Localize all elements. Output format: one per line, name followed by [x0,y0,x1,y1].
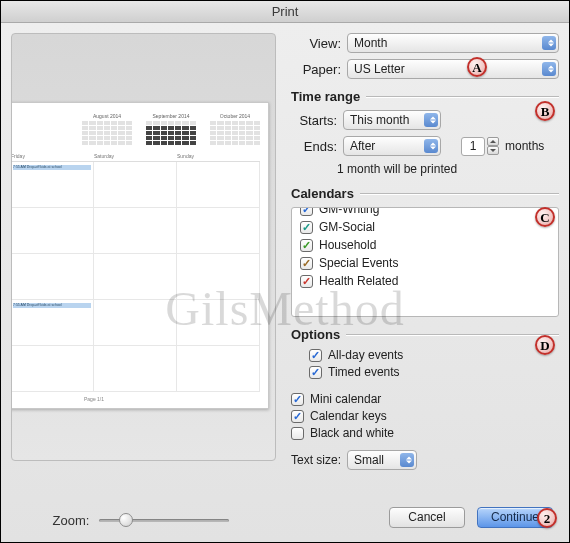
calendar-name: GM-Social [319,220,375,234]
black-and-white-checkbox[interactable] [291,427,304,440]
annotation-marker-2: 2 [537,508,557,528]
mini-calendar-label: Mini calendar [310,392,381,406]
view-select-value: Month [354,36,387,50]
text-size-value: Small [354,453,384,467]
mini-calendar-prev: August 2014 [82,113,132,145]
all-day-events-checkbox[interactable] [309,349,322,362]
calendar-list-item[interactable]: Health Related [292,272,558,290]
divider [360,193,559,194]
stepper-down-icon[interactable] [487,146,499,155]
calendar-name: Household [319,238,376,252]
view-label: View: [291,36,341,51]
annotation-marker-d: D [535,335,555,355]
print-preview-well: August 2014 September 2014 October 2014 … [11,33,276,461]
calendar-list-item[interactable]: Household [292,236,558,254]
checkbox[interactable] [300,239,313,252]
calendar-name: Special Events [319,256,398,270]
zoom-label: Zoom: [53,513,90,528]
dialog-content: August 2014 September 2014 October 2014 … [1,23,569,542]
view-select[interactable]: Month [347,33,559,53]
all-day-events-label: All-day events [328,348,403,362]
time-range-summary: 1 month will be printed [337,162,559,176]
stepper-up-icon[interactable] [487,137,499,146]
text-size-select[interactable]: Small [347,450,417,470]
starts-label: Starts: [291,113,337,128]
divider [366,96,559,97]
mini-calendar-current: September 2014 [146,113,196,145]
calendar-list-item[interactable]: GM-Writing [292,207,558,218]
window-title: Print [1,1,569,23]
settings-panel: View: Month Paper: US Letter Time range … [291,33,559,492]
calendar-list-item[interactable]: GM-Social [292,218,558,236]
ends-label: Ends: [291,139,337,154]
annotation-marker-b: B [535,101,555,121]
print-preview-page: August 2014 September 2014 October 2014 … [11,102,269,409]
timed-events-checkbox[interactable] [309,366,322,379]
calendar-list-item[interactable]: Special Events [292,254,558,272]
slider-thumb[interactable] [119,513,133,527]
checkbox[interactable] [300,207,313,216]
zoom-slider[interactable] [99,512,229,528]
calendar-keys-checkbox[interactable] [291,410,304,423]
months-unit-label: months [505,139,544,153]
month-grid: Thursday Friday Saturday Sunday 7:55 AM … [11,153,260,392]
starts-select-value: This month [350,113,409,127]
black-and-white-label: Black and white [310,426,394,440]
checkbox[interactable] [300,257,313,270]
updown-arrows-icon [430,117,436,124]
timed-events-label: Timed events [328,365,400,379]
starts-select[interactable]: This month [343,110,441,130]
annotation-marker-a: A [467,57,487,77]
mini-calendar-next: October 2014 [210,113,260,145]
cancel-button[interactable]: Cancel [389,507,465,528]
paper-select-value: US Letter [354,62,405,76]
updown-arrows-icon [406,457,412,464]
updown-arrows-icon [548,40,554,47]
annotation-marker-c: C [535,207,555,227]
calendar-name: Health Related [319,274,398,288]
paper-select[interactable]: US Letter [347,59,559,79]
calendar-list[interactable]: GM-Writing GM-Social Household Special E… [291,207,559,317]
section-calendars-label: Calendars [291,186,354,201]
section-time-range-label: Time range [291,89,360,104]
checkbox[interactable] [300,221,313,234]
preview-page-number: Page 1/1 [11,396,260,402]
calendar-keys-label: Calendar keys [310,409,387,423]
ends-select-value: After [350,139,375,153]
text-size-label: Text size: [291,453,341,467]
months-stepper[interactable] [487,137,499,155]
paper-label: Paper: [291,62,341,77]
updown-arrows-icon [430,143,436,150]
checkbox[interactable] [300,275,313,288]
divider [346,334,559,335]
mini-calendar-checkbox[interactable] [291,393,304,406]
updown-arrows-icon [548,66,554,73]
section-options-label: Options [291,327,340,342]
calendar-name: GM-Writing [319,207,379,216]
months-count-input[interactable]: 1 [461,137,485,156]
ends-select[interactable]: After [343,136,441,156]
